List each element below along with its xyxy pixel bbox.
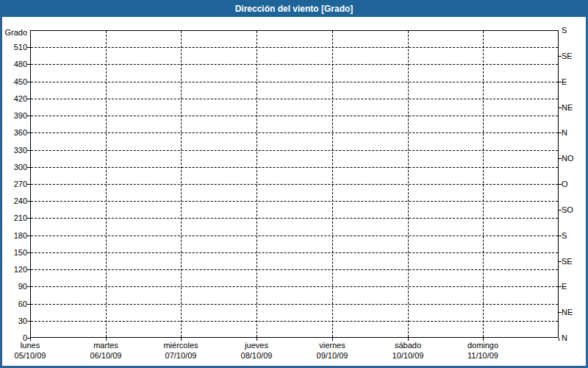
gridline-v <box>483 31 484 337</box>
x-day-date: 11/10/09 <box>445 351 521 361</box>
gridline-v <box>408 31 409 337</box>
y-tick-left <box>27 201 30 202</box>
x-tick <box>559 338 559 341</box>
y-tick-right <box>559 132 562 133</box>
y-tick-label-right: E <box>562 281 567 291</box>
y-tick-label-right: N <box>562 127 567 138</box>
y-tick-right <box>559 56 562 57</box>
y-tick-left <box>27 252 30 253</box>
y-tick-left <box>27 167 30 168</box>
y-tick-label-right: S <box>562 230 567 241</box>
gridline-h <box>31 286 558 287</box>
gridline-h <box>31 236 558 236</box>
y-tick-label-right: SO <box>562 205 573 215</box>
y-tick-label-right: O <box>562 179 568 189</box>
chart-title: Dirección del viento [Grado] <box>235 4 354 14</box>
x-day-name: jueves <box>218 341 295 350</box>
gridline-h <box>31 201 558 202</box>
x-day-date: 07/10/09 <box>143 351 219 361</box>
y-tick-right <box>559 261 562 262</box>
y-tick-left <box>27 150 30 151</box>
y-tick-label-left: 240 <box>0 196 27 206</box>
y-tick-label-right: NO <box>562 153 574 163</box>
y-tick-right <box>559 82 562 82</box>
gridline-h <box>31 321 558 322</box>
gridline-h <box>31 132 558 133</box>
y-tick-label-left: 360 <box>0 127 27 138</box>
gridline-v <box>181 31 182 337</box>
y-tick-left <box>27 99 30 99</box>
plot-area <box>30 30 559 338</box>
y-tick-left <box>27 64 30 65</box>
y-tick-left <box>27 304 30 305</box>
y-tick-left <box>27 269 30 270</box>
gridline-h <box>31 184 558 185</box>
gridline-h <box>31 304 558 305</box>
y-tick-label-left: 510 <box>0 42 27 52</box>
y-tick-left <box>27 321 30 322</box>
x-day-date: 08/10/09 <box>218 351 295 361</box>
gridline-h <box>31 99 558 99</box>
gridline-v <box>106 31 107 337</box>
y-tick-label-right: NE <box>562 102 573 113</box>
y-tick-label-left: 330 <box>0 145 27 155</box>
y-tick-left <box>27 286 30 287</box>
y-tick-label-right: N <box>562 333 567 343</box>
y-tick-right <box>559 286 562 287</box>
x-day-name: sábado <box>370 341 446 350</box>
y-tick-label-left: 120 <box>0 264 27 275</box>
gridline-h <box>31 252 558 253</box>
y-tick-right <box>559 312 562 313</box>
y-tick-label-right: SE <box>562 51 573 61</box>
y-tick-right <box>559 184 562 185</box>
y-tick-label-left: 30 <box>0 316 27 326</box>
y-tick-label-left: 270 <box>0 179 27 189</box>
y-tick-label-left: 90 <box>0 281 27 291</box>
y-tick-label-left: 210 <box>0 213 27 223</box>
y-tick-left <box>27 82 30 82</box>
gridline-h <box>31 82 558 82</box>
y-tick-label-left: 420 <box>0 93 27 104</box>
gridline-h <box>31 167 558 168</box>
y-tick-label-left: 60 <box>0 299 27 309</box>
gridline-h <box>31 218 558 219</box>
y-tick-right <box>559 107 562 108</box>
gridline-h <box>31 150 558 151</box>
x-day-date: 09/10/09 <box>294 351 370 361</box>
x-day-name: miércoles <box>143 341 219 350</box>
y-tick-left <box>27 236 30 236</box>
gridline-h <box>31 116 558 116</box>
gridline-v <box>257 31 257 337</box>
y-tick-right <box>559 236 562 236</box>
y-tick-left <box>27 132 30 133</box>
y-tick-label-right: SE <box>562 256 573 266</box>
y-tick-left <box>27 116 30 116</box>
gridline-v <box>332 31 333 337</box>
y-tick-label-left: 390 <box>0 110 27 121</box>
y-tick-label-left: 150 <box>0 247 27 258</box>
titlebar: Dirección del viento [Grado] <box>0 0 588 17</box>
y-tick-left <box>27 218 30 219</box>
y-tick-left <box>27 47 30 48</box>
x-day-name: viernes <box>294 341 370 350</box>
y-tick-label-right: E <box>562 77 567 87</box>
x-day-date: 05/10/09 <box>0 351 68 361</box>
y-tick-label-left: 450 <box>0 77 27 87</box>
x-day-name: martes <box>68 341 144 350</box>
y-tick-label-left: 180 <box>0 230 27 241</box>
chart-window: Dirección del viento [Grado] Grado 51048… <box>0 0 588 368</box>
y-tick-right <box>559 158 562 159</box>
x-day-name: domingo <box>445 341 521 350</box>
y-tick-label-left: 480 <box>0 59 27 69</box>
gridline-h <box>31 64 558 65</box>
y-tick-label-right: S <box>562 25 567 35</box>
y-tick-label-left: 300 <box>0 162 27 172</box>
x-day-name: lunes <box>0 341 68 350</box>
gridline-h <box>31 47 558 48</box>
y-tick-label-right: NE <box>562 307 573 317</box>
x-day-date: 10/10/09 <box>370 351 446 361</box>
y-tick-right <box>559 210 562 210</box>
gridline-h <box>31 269 558 270</box>
x-day-date: 06/10/09 <box>68 351 144 361</box>
y-tick-left <box>27 184 30 185</box>
